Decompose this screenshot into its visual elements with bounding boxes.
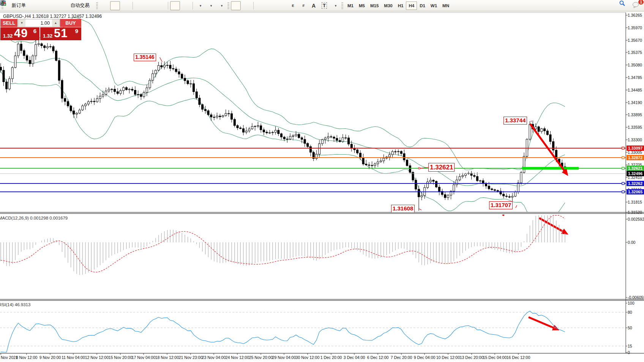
time-axis-label: 15 Dec 04:00 <box>483 355 507 360</box>
time-axis-label: 3 Dec 04:00 <box>344 355 365 360</box>
timeframe-H4[interactable]: H4 <box>406 2 417 10</box>
sell-price-prefix: 1.32 <box>3 33 13 39</box>
sell-price-sup: 6 <box>33 28 36 34</box>
sell-button[interactable]: SELL <box>0 19 18 27</box>
notification-badge: 1 <box>638 0 644 5</box>
shapes-button[interactable]: ▾ <box>330 1 340 10</box>
level-price-label[interactable]: 1.32262 <box>627 181 644 186</box>
chevron-down-icon[interactable]: ▾ <box>221 4 223 8</box>
timeframe-W1[interactable]: W1 <box>428 2 440 10</box>
time-axis-label: 11 Nov 04:00 <box>62 355 85 360</box>
auto-trading-label: 自动交易 <box>71 2 90 9</box>
price-annotation[interactable]: 1.31608 <box>391 205 415 213</box>
toolbar-right: 1 <box>619 0 642 11</box>
price-annotation[interactable]: 1.31707 <box>489 201 513 209</box>
chevron-down-icon[interactable]: ▾ <box>210 4 212 8</box>
channel-button[interactable]: E <box>287 1 297 10</box>
symbol-ohlc-readout: GBPUSD-,H4 1.32618 1.32727 1.32457 1.324… <box>3 14 102 19</box>
favorites-button[interactable] <box>32 1 42 10</box>
timeframe-M5[interactable]: M5 <box>356 2 368 10</box>
sell-price-display[interactable]: 1.32 49 6 <box>0 27 39 40</box>
time-axis-label: 18 Nov 12:00 <box>155 355 179 360</box>
line-chart-button[interactable] <box>121 1 131 10</box>
volume-stepper: ▼ 1.00 ▲ <box>18 19 60 27</box>
timeframe-D1[interactable]: D1 <box>417 2 428 10</box>
chart-canvas[interactable] <box>0 0 644 362</box>
price-axis-tick: 1.34785 <box>628 75 642 80</box>
macd-label: MACD(12,26,9) 0.001298 0.001679 <box>0 216 68 220</box>
time-axis-label: 16 Dec 12:00 <box>507 355 530 360</box>
chevron-down-icon[interactable]: ▾ <box>200 4 202 8</box>
trendline-button[interactable] <box>277 1 287 10</box>
text-label-button[interactable]: T <box>319 1 329 10</box>
timeframe-M30[interactable]: M30 <box>381 2 395 10</box>
cursor-button[interactable] <box>231 1 241 10</box>
search-button[interactable] <box>619 1 629 10</box>
time-axis-label: 12 Nov 12:00 <box>85 355 109 360</box>
new-order-label: 新订单 <box>12 2 26 9</box>
time-axis-label: 1 Dec 20:00 <box>320 355 342 360</box>
horizontal-line-button[interactable] <box>266 1 276 10</box>
volume-increase-button[interactable]: ▲ <box>52 19 59 27</box>
rsi-label: RSI(14) 46.9313 <box>0 302 30 307</box>
price-annotation[interactable]: 1.35146 <box>134 54 156 61</box>
sell-price-big: 49 <box>14 27 28 40</box>
buy-price-display[interactable]: 1.32 51 9 <box>40 27 81 40</box>
timeframe-M1[interactable]: M1 <box>345 2 356 10</box>
auto-trading-button[interactable]: 自动交易 <box>64 1 95 10</box>
price-axis-tick: 1.35375 <box>628 50 642 55</box>
rsi-axis-tick: 100 <box>628 301 635 305</box>
current-price-label: 1.32496 <box>627 171 644 176</box>
add-indicator-button[interactable]: ▾ <box>195 1 205 10</box>
toolbar: 新订单 自动交易 ▾ ▾ ▾ E F A T ▾ <box>0 0 644 11</box>
chevron-down-icon[interactable]: ▾ <box>335 4 337 8</box>
time-axis-label: 30 Nov 12:00 <box>296 355 319 360</box>
rsi-axis-tick: 0 <box>628 350 630 355</box>
community-button[interactable] <box>43 1 53 10</box>
time-axis-label: 25 Nov 20:00 <box>249 355 273 360</box>
time-axis-label: 9 Dec 04:00 <box>414 355 436 360</box>
macd-axis-tick: -0.006059 <box>628 295 644 300</box>
new-order-button[interactable]: 新订单 <box>5 1 32 10</box>
buy-button[interactable]: BUY <box>60 19 81 27</box>
volume-field[interactable]: 1.00 <box>25 19 52 27</box>
signals-button[interactable] <box>54 1 63 10</box>
rsi-axis-tick: 15 <box>628 344 632 348</box>
timeframe-H1[interactable]: H1 <box>395 2 406 10</box>
buy-price-big: 51 <box>54 27 68 40</box>
price-annotation[interactable]: 1.32621 <box>428 163 455 172</box>
candlestick-chart-button[interactable] <box>110 1 120 10</box>
level-price-label[interactable]: 1.32065 <box>627 189 644 194</box>
bar-chart-button[interactable] <box>99 1 109 10</box>
time-axis-label: 8 Nov 12:00 <box>16 355 38 360</box>
timeframe-MN[interactable]: MN <box>440 2 452 10</box>
price-axis-tick: 1.33595 <box>628 125 642 130</box>
zoom-out-button[interactable] <box>145 1 155 10</box>
price-axis-tick: 1.31520 <box>628 210 642 215</box>
periods-button[interactable]: ▾ <box>205 1 215 10</box>
price-axis-tick: 1.33895 <box>628 112 642 117</box>
channel-letter: E <box>292 4 294 8</box>
template-button[interactable]: ▾ <box>216 1 226 10</box>
volume-decrease-button[interactable]: ▼ <box>18 19 25 27</box>
tile-windows-button[interactable] <box>156 1 166 10</box>
timeframe-M15[interactable]: M15 <box>368 2 381 10</box>
level-price-label[interactable]: 1.32872 <box>627 155 644 160</box>
mt4-window: 新订单 自动交易 ▾ ▾ ▾ E F A T ▾ <box>0 0 644 362</box>
vertical-line-button[interactable] <box>256 1 265 10</box>
one-click-trading-panel: SELL ▼ 1.00 ▲ BUY 1.32 49 6 1.32 51 9 <box>0 19 81 40</box>
fibonacci-button[interactable]: F <box>298 1 308 10</box>
buy-price-sup: 9 <box>75 28 78 34</box>
price-axis-tick: 1.35080 <box>628 63 642 67</box>
level-price-label[interactable]: 1.32621 <box>627 166 644 171</box>
price-annotation[interactable]: 1.33744 <box>504 117 527 125</box>
shift-chart-button[interactable] <box>181 1 191 10</box>
text-button[interactable]: A <box>309 1 319 10</box>
level-price-label[interactable]: 1.33097 <box>627 145 644 151</box>
auto-scroll-button[interactable] <box>170 1 180 10</box>
timeframe-toolbar: M1M5M15M30H1H4D1W1MN <box>345 2 452 10</box>
crosshair-button[interactable] <box>242 1 251 10</box>
price-axis-tick: 1.35970 <box>628 25 642 30</box>
notifications-button[interactable]: 1 <box>632 1 642 10</box>
zoom-in-button[interactable] <box>135 1 145 10</box>
